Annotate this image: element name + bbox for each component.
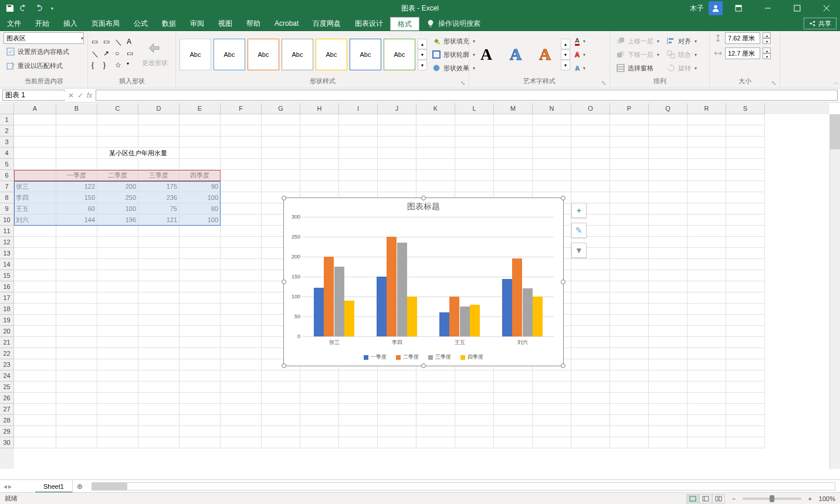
cell-S12[interactable] [726,237,765,248]
cell-P13[interactable] [610,248,649,259]
cell-R22[interactable] [687,348,726,359]
shape-style-4[interactable]: Abc [282,39,313,70]
cell-C16[interactable] [97,281,138,292]
cell-B17[interactable] [56,292,97,304]
bar-李四-二季度[interactable] [387,237,397,336]
shape-style-6[interactable]: Abc [350,39,381,70]
tab-格式[interactable]: 格式 [390,17,419,30]
cell-P4[interactable] [610,148,649,159]
cell-S2[interactable] [726,125,765,137]
cell-E4[interactable] [179,148,221,159]
cell-A20[interactable] [14,326,56,337]
row-header-17[interactable]: 17 [0,292,14,304]
cell-R19[interactable] [687,315,726,326]
cell-F27[interactable] [221,404,262,415]
cell-I28[interactable] [339,415,378,426]
cell-H4[interactable] [300,148,339,159]
cell-J26[interactable] [378,393,416,404]
cell-F26[interactable] [221,393,262,404]
cell-E13[interactable] [179,248,221,259]
row-header-29[interactable]: 29 [0,426,14,437]
tab-图表设计[interactable]: 图表设计 [348,16,390,30]
cell-R15[interactable] [687,270,726,281]
tell-me-search[interactable]: 操作说明搜索 [419,16,487,30]
row-header-23[interactable]: 23 [0,359,14,370]
cell-I25[interactable] [339,382,378,393]
cell-F25[interactable] [221,382,262,393]
cell-O17[interactable] [571,292,610,304]
maximize-icon[interactable] [784,0,811,16]
cell-N2[interactable] [533,125,571,137]
cell-I29[interactable] [339,426,378,437]
row-header-2[interactable]: 2 [0,125,14,137]
cell-E11[interactable] [179,226,221,237]
cell-M24[interactable] [494,370,533,382]
bar-李四-四季度[interactable] [407,297,417,336]
cell-R24[interactable] [687,370,726,382]
cell-B23[interactable] [56,359,97,370]
bar-王五-四季度[interactable] [470,305,480,336]
horizontal-scrollbar[interactable] [92,482,835,491]
col-header-A[interactable]: A [14,103,56,114]
cell-H24[interactable] [300,370,339,382]
cell-R17[interactable] [687,292,726,304]
cell-I6[interactable] [339,170,378,181]
legend-四季度[interactable]: 四季度 [460,353,483,361]
cell-Q1[interactable] [649,114,687,125]
cell-A17[interactable] [14,292,56,304]
shape-arrow-icon[interactable]: ↗ [103,49,114,60]
cell-A3[interactable] [14,137,56,148]
cell-K6[interactable] [416,170,455,181]
height-up-icon[interactable]: ▴ [763,32,771,38]
cell-Q23[interactable] [649,359,687,370]
cell-F19[interactable] [221,315,262,326]
cell-R13[interactable] [687,248,726,259]
cell-H2[interactable] [300,125,339,137]
row-header-21[interactable]: 21 [0,337,14,348]
cell-C27[interactable] [97,404,138,415]
cell-B30[interactable] [56,437,97,448]
cell-I26[interactable] [339,393,378,404]
cell-J30[interactable] [378,437,416,448]
shape-style-5[interactable]: Abc [316,39,347,70]
shape-rect2-icon[interactable]: ▭ [103,38,114,48]
cell-S19[interactable] [726,315,765,326]
cell-P21[interactable] [610,337,649,348]
cell-N7[interactable] [533,181,571,192]
row-header-14[interactable]: 14 [0,259,14,270]
cell-I24[interactable] [339,370,378,382]
cell-N27[interactable] [533,404,571,415]
col-header-K[interactable]: K [416,103,455,114]
bar-李四-一季度[interactable] [377,277,387,336]
cell-A27[interactable] [14,404,56,415]
cell-P23[interactable] [610,359,649,370]
row-header-13[interactable]: 13 [0,248,14,259]
cell-B3[interactable] [56,137,97,148]
cell-C12[interactable] [97,237,138,248]
cell-B29[interactable] [56,426,97,437]
bar-张三-二季度[interactable] [324,257,334,336]
cell-L2[interactable] [455,125,494,137]
cell-G5[interactable] [262,159,300,170]
shape-textbox-icon[interactable]: A [127,38,137,48]
cell-A16[interactable] [14,281,56,292]
cell-P30[interactable] [610,437,649,448]
text-fill-button[interactable]: A▾ [573,35,588,47]
tab-公式[interactable]: 公式 [127,16,155,30]
cell-I5[interactable] [339,159,378,170]
cell-S21[interactable] [726,337,765,348]
cell-Q15[interactable] [649,270,687,281]
cell-L4[interactable] [455,148,494,159]
cell-C20[interactable] [97,326,138,337]
cell-A22[interactable] [14,348,56,359]
cell-J6[interactable] [378,170,416,181]
cell-S16[interactable] [726,281,765,292]
cell-O20[interactable] [571,326,610,337]
shape-gallery[interactable]: ▭▭＼A ＼↗○▭ {}☆▾ [92,38,137,71]
cell-N24[interactable] [533,370,571,382]
cell-B26[interactable] [56,393,97,404]
cell-D4[interactable] [138,148,179,159]
cell-H7[interactable] [300,181,339,192]
cell-E2[interactable] [179,125,221,137]
width-down-icon[interactable]: ▾ [763,53,771,59]
